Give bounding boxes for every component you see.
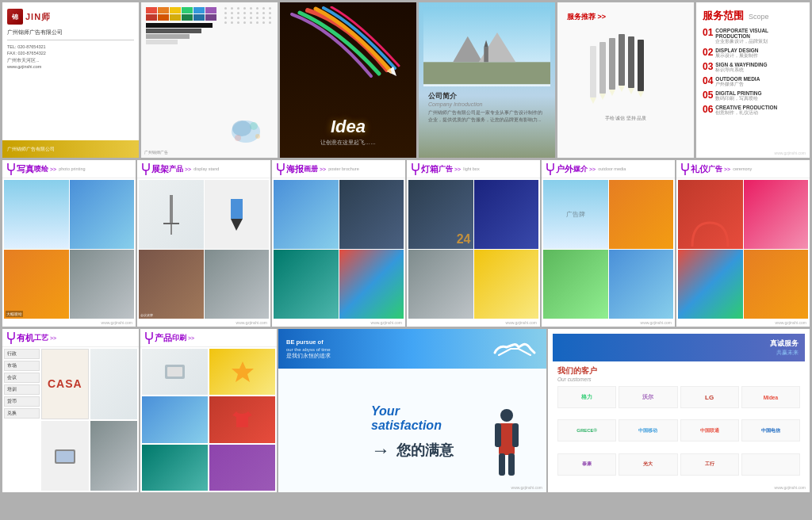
person-silhouette — [487, 406, 527, 480]
organic-label-6: 兑换 — [4, 408, 40, 419]
svg-rect-7 — [423, 62, 550, 84]
cell-satisfaction: BE pursue of our the abyss of time 是我们永恒… — [278, 329, 546, 492]
cell-idea: Idea 让创意在这里起飞…… — [280, 2, 416, 158]
scope-item-4: 04 OUTDOOR MEDIA户外媒体广告 — [703, 76, 803, 87]
organic-labels: 行政 市场 会议 培训 货币 兑换 — [4, 349, 40, 491]
organic-images: CASA — [41, 349, 137, 491]
website-r1c6: www.gzjinshi.com — [775, 151, 806, 155]
cell-customers: 真诚服务 共赢未来 我们的客户 Our customers 格力 沃尔 LG M… — [548, 329, 810, 492]
satisfaction-top-bar: BE pursue of our the abyss of time 是我们永恒… — [278, 329, 546, 369]
section-title-lightbox-sub: 广告 — [439, 164, 453, 174]
cell-printing: 产品 印刷 >> — [140, 329, 277, 492]
website-r2c6: www.gzjinshi.com — [676, 320, 810, 327]
fork-icon-poster — [275, 162, 286, 175]
section-arrows-poster: >> — [320, 166, 326, 172]
customers-header: 我们的客户 Our customers — [553, 361, 805, 386]
handshake-icon — [491, 333, 538, 365]
watermark: 广州锦师广告 — [144, 150, 168, 155]
website-r3c3: www.gzjinshi.com — [511, 485, 542, 490]
thumb-stand-3: 会议桌牌 — [139, 250, 204, 319]
thumb-lightbox-3 — [408, 250, 473, 319]
scope-item-3: 03 SIGN & WAYFINDING标识导向系统 — [703, 62, 803, 73]
logo-text: JIN师 — [25, 11, 51, 23]
thumb-organic-4 — [90, 421, 138, 491]
thumb-organic-1: CASA — [41, 349, 89, 419]
cell-photo-printing: 写真 喷绘 >> photo printing 大幅喷绘 www.gzjinsh… — [2, 160, 136, 327]
fork-icon-stand — [140, 162, 151, 175]
thumb-printing-5 — [142, 445, 208, 491]
thumb-lightbox-4 — [474, 250, 539, 319]
section-title-ceremony-cn: 礼仪 — [691, 163, 708, 175]
website-r2c3: www.gzjinshi.com — [272, 320, 405, 327]
company-intro-text: 公司简介 Company Introduction 广州锦师广告有限公司是一家专… — [423, 86, 550, 128]
svg-rect-10 — [484, 48, 488, 63]
svg-rect-45 — [512, 423, 519, 447]
svg-rect-29 — [231, 199, 243, 219]
svg-marker-20 — [609, 90, 615, 96]
fork-icon-ceremony — [680, 162, 691, 175]
thumb-organic-2 — [90, 349, 138, 419]
svg-rect-15 — [619, 34, 625, 86]
organic-content: 行政 市场 会议 培训 货币 兑换 CASA — [2, 347, 139, 492]
company-intro-body: 广州锦师广告有限公司是一家专业从事广告设计制作的企业，提供优质的广告服务，让您的… — [428, 109, 546, 124]
section-header-photo: 写真 喷绘 >> photo printing — [2, 160, 136, 178]
section-header-ceremony: 礼仪 广告 >> ceremony — [676, 160, 810, 178]
thumb-lightbox-2 — [474, 180, 539, 249]
cell-display-stand: 展架 产品 >> display stand 会议桌牌 www.gzjinshi… — [137, 160, 270, 327]
printing-images — [140, 347, 277, 492]
fork-icon-outdoor — [545, 162, 556, 175]
section-arrows-lightbox: >> — [454, 166, 461, 172]
arrow-cn-group: → 您的满意 — [371, 439, 454, 461]
thumb-photo-4 — [70, 250, 135, 319]
logo-vort: 沃尔 — [619, 386, 677, 408]
thumb-poster-1 — [274, 180, 339, 249]
scope-title: 服务范围 — [703, 9, 744, 23]
be-pursue: BE pursue of — [286, 338, 491, 346]
customers-subtitle: Our customers — [557, 377, 800, 382]
row1: 锦 JIN师 广州锦师广告有限公司 TEL: 020-87654321 FAX:… — [2, 2, 810, 158]
thumb-printing-6 — [209, 445, 275, 491]
svg-rect-13 — [599, 42, 606, 94]
thumb-photo-2 — [70, 180, 135, 249]
fork-icon-photo — [6, 162, 17, 175]
website-r2c5: www.gzjinshi.com — [542, 320, 675, 327]
thumb-printing-4 — [209, 396, 275, 442]
organic-label-3: 会议 — [4, 373, 40, 383]
scope-item-5: 05 DIGITAL PRINTING数码印刷，写真喷绘 — [703, 90, 803, 101]
svg-rect-46 — [499, 453, 505, 476]
thumb-poster-3 — [274, 250, 339, 319]
fork-icon-lightbox — [410, 162, 421, 175]
section-title-poster-sub: 画册 — [304, 164, 318, 174]
scope-item-6: 06 CREATIVE PRODUCTION创意制作，礼仪活动 — [703, 105, 803, 116]
svg-marker-22 — [628, 88, 634, 94]
company-intro-title: 公司简介 — [428, 91, 546, 101]
logo-guangda: 光大 — [619, 453, 677, 476]
sincere-text: 真诚服务 共赢未来 — [770, 338, 799, 357]
fork-icon-printing — [144, 331, 155, 344]
svg-marker-21 — [619, 86, 625, 92]
logo-midea: Midea — [741, 386, 800, 408]
logo-taikang: 泰康 — [557, 453, 616, 476]
organic-label-1: 行政 — [4, 349, 40, 359]
cell-ceremony: 礼仪 广告 >> ceremony www.gzjinshi.com — [676, 160, 810, 327]
svg-rect-47 — [508, 453, 515, 476]
satisfaction-body: Your satisfaction → 您的满意 — [365, 398, 460, 468]
dot-pattern — [224, 7, 273, 24]
section-title-poster-cn: 海报 — [286, 163, 304, 175]
svg-rect-37 — [56, 451, 74, 462]
logo-lg: LG — [680, 386, 739, 408]
cell-letterhead: 锦 JIN师 广州锦师广告有限公司 TEL: 020-87654321 FAX:… — [2, 2, 139, 158]
section-en-stand: display stand — [193, 166, 219, 171]
svg-rect-12 — [590, 46, 596, 98]
row2: 写真 喷绘 >> photo printing 大幅喷绘 www.gzjinsh… — [2, 160, 810, 327]
section-en-outdoor: outdoor media — [598, 166, 626, 171]
customers-title: 我们的客户 — [557, 365, 800, 377]
gold-footer-text: 广州锦师广告有限公司 — [7, 147, 55, 152]
cn-text: 您的满意 — [396, 441, 454, 460]
thumb-printing-1 — [142, 349, 208, 395]
thumb-stand-1 — [139, 180, 204, 249]
section-arrows-photo: >> — [50, 166, 56, 172]
logo-grece: GRECE® — [557, 419, 616, 442]
thumb-ceremony-1 — [678, 180, 743, 249]
svg-point-2 — [250, 122, 258, 130]
